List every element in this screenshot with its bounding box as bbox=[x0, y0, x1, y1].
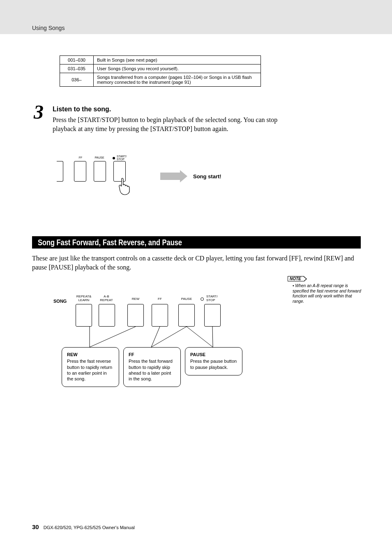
table-cell-range: 036– bbox=[60, 73, 94, 87]
rew-panel-label: REW bbox=[129, 297, 142, 301]
label-line-2: LEARN bbox=[78, 298, 90, 302]
label-line-1: A-B bbox=[104, 295, 109, 298]
step-number: 3 bbox=[34, 101, 44, 123]
callout-title: FF bbox=[129, 352, 175, 357]
pause-button bbox=[94, 161, 106, 182]
note-tag: NOTE bbox=[288, 276, 304, 281]
table-cell-range: 001–030 bbox=[60, 56, 94, 64]
label-line-2: STOP bbox=[206, 298, 215, 302]
pause-label: PAUSE bbox=[92, 156, 106, 159]
callout-body: Press the fast reverse button to rapidly… bbox=[67, 359, 112, 381]
note-box: NOTE When an A-B repeat range is specifi… bbox=[288, 274, 362, 304]
svg-line-5 bbox=[212, 327, 213, 347]
start-stop-button bbox=[204, 304, 221, 327]
repeat-learn-button bbox=[76, 304, 92, 327]
repeat-learn-label: REPEAT& LEARN bbox=[74, 295, 94, 302]
svg-line-1 bbox=[90, 327, 136, 347]
section-title-bar: Song Fast Forward, Fast Reverse, and Pau… bbox=[32, 236, 361, 249]
press-hand-icon bbox=[118, 177, 134, 196]
section-body-text: These are just like the transport contro… bbox=[32, 254, 361, 272]
start-label-2: STOP bbox=[117, 158, 125, 161]
pause-callout: PAUSE Press the pause button to pause pl… bbox=[185, 347, 242, 375]
table-cell-desc: User Songs (Songs you record yourself). bbox=[94, 64, 261, 73]
arrow-right-icon bbox=[160, 173, 180, 180]
pause-button bbox=[178, 304, 195, 327]
section-title-text: Song Fast Forward, Fast Reverse, and Pau… bbox=[38, 238, 182, 247]
table-row: 036– Songs transferred from a computer (… bbox=[60, 73, 261, 87]
ff-panel-label: FF bbox=[156, 297, 164, 301]
page-footer: 30 DGX-620/520, YPG-625/525 Owner's Manu… bbox=[32, 523, 135, 530]
start-stop-label: START/ STOP bbox=[117, 155, 131, 161]
table-row: 001–030 Built in Songs (see next page) bbox=[60, 56, 261, 64]
pause-panel-label: PAUSE bbox=[179, 297, 194, 301]
callout-title: PAUSE bbox=[190, 352, 237, 357]
svg-line-3 bbox=[151, 327, 187, 347]
start-indicator-circle bbox=[201, 297, 204, 301]
label-line-2: REPEAT bbox=[100, 298, 113, 302]
step-heading: Listen to the song. bbox=[53, 106, 111, 113]
note-list: When an A-B repeat range is specified th… bbox=[288, 283, 362, 304]
table-cell-desc: Built in Songs (see next page) bbox=[94, 56, 261, 64]
song-range-table: 001–030 Built in Songs (see next page) 0… bbox=[60, 55, 261, 87]
ff-button bbox=[74, 161, 86, 182]
song-label: SONG bbox=[53, 299, 67, 304]
callout-body: Press the fast forward button to rapidly… bbox=[129, 359, 173, 381]
svg-line-2 bbox=[151, 327, 160, 347]
step-body-text: Press the [START/STOP] button to begin p… bbox=[53, 115, 281, 133]
callout-body: Press the pause button to pause playback… bbox=[190, 359, 237, 369]
playback-panel-illustration: FF PAUSE START/ STOP bbox=[60, 156, 138, 197]
ff-label: FF bbox=[76, 156, 85, 159]
start-indicator-dot bbox=[113, 157, 115, 159]
start-stop-panel-label: START/ STOP bbox=[206, 295, 223, 302]
song-start-label: Song start! bbox=[193, 173, 221, 180]
partial-button bbox=[57, 161, 63, 182]
doc-title: DGX-620/520, YPG-625/525 Owner's Manual bbox=[44, 525, 135, 530]
table-cell-range: 031–035 bbox=[60, 64, 94, 73]
page: Using Songs 001–030 Built in Songs (see … bbox=[0, 0, 392, 555]
svg-line-4 bbox=[187, 327, 213, 347]
section-header-title: Using Songs bbox=[32, 25, 65, 31]
rew-callout: REW Press the fast reverse button to rap… bbox=[62, 347, 119, 387]
ff-button bbox=[152, 304, 168, 327]
label-line-1: START/ bbox=[206, 295, 218, 298]
table-row: 031–035 User Songs (Songs you record you… bbox=[60, 64, 261, 73]
callout-title: REW bbox=[67, 352, 114, 357]
table-cell-desc: Songs transferred from a computer (pages… bbox=[94, 73, 261, 87]
label-line-1: REPEAT& bbox=[76, 295, 92, 298]
ab-repeat-button bbox=[99, 304, 115, 327]
ab-repeat-label: A-B REPEAT bbox=[98, 295, 115, 302]
note-item: When an A-B repeat range is specified th… bbox=[293, 283, 362, 304]
rew-button bbox=[127, 304, 144, 327]
ff-callout: FF Press the fast forward button to rapi… bbox=[123, 347, 181, 387]
start-label-1: START/ bbox=[117, 155, 127, 158]
header-band: Using Songs bbox=[0, 0, 392, 34]
page-number: 30 bbox=[32, 523, 39, 530]
